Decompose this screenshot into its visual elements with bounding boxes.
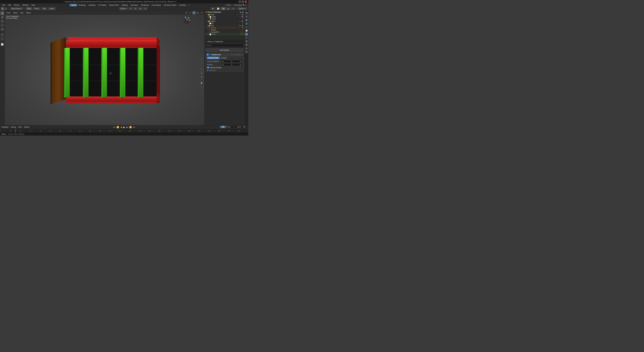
- annotate-tool-btn[interactable]: ✏: [0, 33, 4, 37]
- current-frame-input[interactable]: 15: [220, 126, 226, 128]
- extra-visible-icon[interactable]: 👁: [237, 14, 239, 15]
- workspace-compositing[interactable]: Compositing: [150, 4, 162, 6]
- menu-help[interactable]: Help: [30, 4, 36, 6]
- overlay-btn[interactable]: ◉: [210, 7, 215, 10]
- jump-end-btn[interactable]: ⏭: [133, 126, 136, 128]
- start-frame-input[interactable]: 1: [231, 126, 237, 128]
- render-props-btn[interactable]: 📷: [245, 11, 248, 14]
- modifier-edit-icon[interactable]: ✎: [235, 54, 236, 55]
- empty001-visible-icon[interactable]: 👁: [240, 31, 242, 33]
- props-search-input[interactable]: [206, 44, 244, 47]
- modifier-expand-icon[interactable]: ▾: [232, 54, 232, 55]
- scale-tool-btn[interactable]: ⤢: [0, 23, 4, 27]
- modifier-apply-icon[interactable]: ✓: [233, 54, 234, 55]
- view-menu-timeline[interactable]: View: [18, 126, 23, 128]
- viewport-shading-render[interactable]: ●: [231, 7, 235, 10]
- workspace-sculpting[interactable]: Sculpting: [87, 4, 97, 6]
- viewport-object-menu[interactable]: Object: [25, 12, 32, 14]
- viewport-solid-shading[interactable]: ◑: [192, 11, 196, 14]
- sc-item-empty001[interactable]: ▷ ⊕ Empty.001 👁 ⊡: [204, 31, 244, 33]
- close-button[interactable]: ✕: [244, 0, 247, 3]
- constraints-btn[interactable]: 🔗: [245, 43, 248, 46]
- prev-keyframe-btn[interactable]: ⏪: [116, 126, 120, 128]
- object-props-btn[interactable]: ⬜: [245, 29, 248, 32]
- transform-tool-btn[interactable]: ⊕: [0, 27, 4, 31]
- physics-btn[interactable]: ⚡: [245, 40, 248, 43]
- viewport-zoom-in[interactable]: +: [200, 57, 204, 61]
- object-visible-icon[interactable]: 👁: [239, 20, 241, 22]
- workspace-scripting[interactable]: Scripting: [178, 4, 187, 6]
- levels-viewport-input[interactable]: ◀ 2 ▶: [221, 60, 242, 63]
- world-props-btn[interactable]: ○: [245, 26, 248, 29]
- material-btn[interactable]: ◉: [245, 50, 248, 53]
- workspace-animation[interactable]: Animation: [129, 4, 139, 6]
- keying-menu[interactable]: Keying: [10, 126, 17, 128]
- viewport-camera-persp[interactable]: ⊙: [200, 67, 204, 71]
- viewport-shading-wire[interactable]: ⬜: [216, 7, 221, 10]
- low-visible-icon[interactable]: 👁: [239, 25, 241, 26]
- render-input[interactable]: ◀ 2 ▶: [221, 63, 242, 66]
- play-btn[interactable]: ▶: [123, 126, 126, 128]
- sc-item-empty[interactable]: ▷ ⊕ Empty 👁: [204, 29, 244, 31]
- sc-item-plane[interactable]: ▷ ⬜ Plane 👁 ⊡: [204, 33, 244, 35]
- jump-start-btn[interactable]: ⏮: [113, 126, 116, 128]
- sc-item-cube[interactable]: ▶ ⬜ Cube 👁 📷: [204, 16, 244, 18]
- viewport-camera-view[interactable]: 📷: [200, 75, 204, 79]
- add-primitive-btn[interactable]: ⬜: [0, 42, 4, 46]
- workspace-add[interactable]: +: [187, 4, 191, 6]
- toolbar-origin-icon[interactable]: ◎: [4, 7, 8, 10]
- output-props-btn[interactable]: 🖥: [245, 15, 248, 18]
- viewport-select-menu[interactable]: Select: [12, 12, 19, 14]
- workspace-uv-editing[interactable]: UV Editing: [97, 4, 108, 6]
- prev-frame-btn[interactable]: ◀: [120, 126, 122, 128]
- object-mode-dropdown[interactable]: Object Mode ▼: [10, 7, 24, 10]
- next-keyframe-btn[interactable]: ⏩: [129, 126, 132, 128]
- viewport[interactable]: View Select Add Object ⧉ ⬡ ◑ ◐ ● User Pe…: [5, 11, 204, 136]
- modifier-enabled-checkbox[interactable]: [207, 54, 209, 56]
- viewport-collections[interactable]: 📁: [200, 81, 204, 85]
- viewport-wire-toggle[interactable]: ⬡: [188, 11, 192, 14]
- playback-menu[interactable]: Playback: [1, 126, 9, 128]
- catmull-clark-tab[interactable]: Catmull-Clark: [207, 57, 220, 59]
- hi-visible-icon[interactable]: 👁: [242, 23, 244, 24]
- workspace-geometry-nodes[interactable]: Geometry Nodes: [162, 4, 178, 6]
- toolbar-select-icon[interactable]: ⊹: [1, 7, 4, 10]
- low-render-icon[interactable]: 📷: [242, 25, 244, 26]
- minimize-button[interactable]: —: [238, 0, 241, 3]
- optimal-display-checkbox[interactable]: [207, 66, 209, 68]
- modifier-duplicate-icon[interactable]: ⊕: [237, 54, 238, 55]
- viewport-shading-solid[interactable]: ◑: [221, 7, 226, 10]
- viewport-view-menu[interactable]: View: [6, 12, 12, 14]
- sc-item-low[interactable]: ▼ 📁 Low 👁 📷: [204, 24, 244, 27]
- workspace-rendering[interactable]: Rendering: [140, 4, 150, 6]
- plane-visible-icon[interactable]: 👁: [240, 33, 242, 35]
- viewport-shading-material[interactable]: ◐: [226, 7, 231, 10]
- toolbar-view-btn[interactable]: View: [26, 7, 32, 10]
- workspace-layout[interactable]: Layout: [70, 4, 77, 6]
- sc-item-extra[interactable]: ▶ 📁 Extra 👁 ⊙ 📷: [204, 13, 244, 16]
- toolbar-select-btn[interactable]: Select: [33, 7, 40, 10]
- menu-edit[interactable]: Edit: [7, 4, 12, 6]
- timeline-ruler[interactable]: 0102030405060708090100110120130140150160…: [0, 129, 248, 132]
- cube-render-icon[interactable]: 📷: [242, 16, 244, 18]
- viewport-mat-shading[interactable]: ◐: [196, 11, 200, 14]
- modifier-remove-icon[interactable]: ✕: [241, 54, 242, 55]
- 3d-viewport-canvas[interactable]: [5, 11, 204, 136]
- particles-btn[interactable]: ✦: [245, 36, 248, 39]
- props-breadcrumb-plane[interactable]: Plane: [208, 41, 212, 42]
- toolbar-object-btn[interactable]: Object: [48, 7, 56, 10]
- viewport-camera-ortho[interactable]: ⊞: [200, 71, 204, 75]
- maximize-button[interactable]: □: [242, 0, 244, 3]
- sc-item-point[interactable]: ▷ 💡 Point 👁: [204, 18, 244, 20]
- sc-item-object[interactable]: ▶ 📁 Object 👁 📷: [204, 20, 244, 22]
- view-layer-btn[interactable]: 🏔: [245, 18, 248, 22]
- extra-render-icon[interactable]: 📷: [242, 14, 244, 15]
- viewport-zoom-out[interactable]: −: [200, 61, 204, 65]
- toolbar-add-btn[interactable]: Add: [41, 7, 47, 10]
- viewport-add-menu[interactable]: Add: [19, 12, 24, 14]
- viewport-render-region[interactable]: ⬚: [200, 85, 204, 89]
- viewport-axis-gizmo[interactable]: Y X Z: [182, 16, 191, 24]
- transform-btn[interactable]: ⟲: [143, 7, 148, 10]
- extra-select-icon[interactable]: ⊙: [239, 14, 241, 15]
- scene-props-btn[interactable]: 🌐: [245, 22, 248, 25]
